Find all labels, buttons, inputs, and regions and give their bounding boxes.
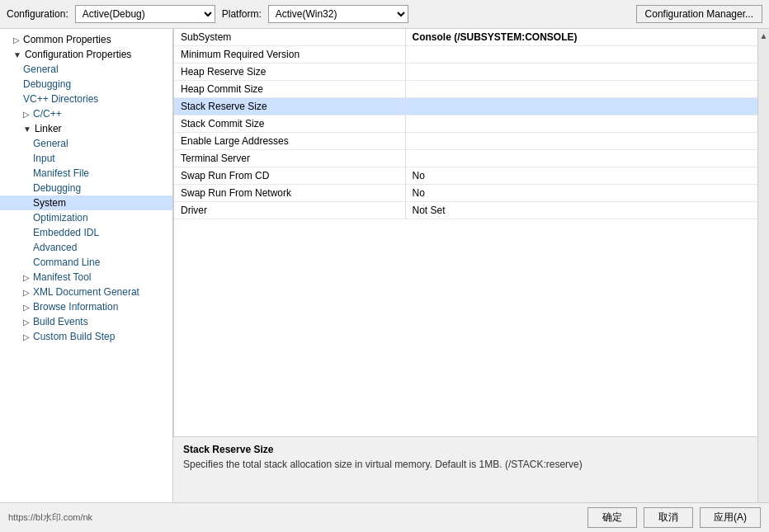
- cancel-button[interactable]: 取消: [644, 507, 693, 528]
- prop-name: Driver: [174, 202, 405, 219]
- build-events-label: Build Events: [33, 316, 88, 327]
- prop-name: Heap Reserve Size: [174, 64, 405, 81]
- right-edge: ▲: [757, 29, 769, 502]
- linker-input-label: Input: [33, 153, 55, 164]
- linker-debugging-label: Debugging: [33, 182, 81, 194]
- linker-optimization-label: Optimization: [33, 212, 88, 224]
- linker-manifest-label: Manifest File: [33, 167, 89, 179]
- sidebar-item-linker[interactable]: ▼ Linker: [0, 121, 172, 136]
- sidebar-item-linker-input[interactable]: Input: [0, 151, 172, 166]
- prop-value: [405, 150, 757, 167]
- table-row[interactable]: Heap Reserve Size: [174, 64, 757, 81]
- prop-value: [405, 115, 757, 133]
- config-select[interactable]: Active(Debug): [75, 5, 215, 23]
- build-events-arrow: ▷: [23, 318, 30, 327]
- ok-button[interactable]: 确定: [587, 507, 637, 528]
- prop-value: No: [405, 167, 757, 185]
- description-area: Stack Reserve Size Specifies the total s…: [173, 436, 757, 502]
- sidebar-item-configuration-properties[interactable]: ▼ Configuration Properties: [0, 47, 172, 62]
- config-manager-button[interactable]: Configuration Manager...: [636, 5, 762, 23]
- apply-button[interactable]: 应用(A): [700, 507, 761, 528]
- main-window: Configuration: Active(Debug) Platform: A…: [0, 0, 769, 532]
- prop-name: Heap Commit Size: [174, 81, 405, 98]
- debugging-label: Debugging: [23, 78, 71, 90]
- sidebar-item-linker-debugging[interactable]: Debugging: [0, 181, 172, 195]
- linker-label: Linker: [35, 123, 62, 134]
- prop-value: [405, 46, 757, 64]
- sidebar-item-manifest-tool[interactable]: ▷ Manifest Tool: [0, 270, 172, 285]
- prop-value: Console (/SUBSYSTEM:CONSOLE): [405, 29, 757, 46]
- table-row[interactable]: Stack Reserve Size: [174, 98, 757, 115]
- right-scroll-up[interactable]: ▲: [760, 31, 768, 42]
- browse-information-label: Browse Information: [33, 301, 118, 313]
- sidebar-item-build-events[interactable]: ▷ Build Events: [0, 314, 172, 329]
- sidebar-item-linker-manifest[interactable]: Manifest File: [0, 166, 172, 181]
- sidebar-item-cpp[interactable]: ▷ C/C++: [0, 106, 172, 121]
- manifest-tool-label: Manifest Tool: [33, 271, 91, 283]
- sidebar-item-linker-system[interactable]: System: [0, 195, 172, 210]
- sidebar-item-linker-command-line[interactable]: Command Line: [0, 255, 172, 270]
- sidebar-item-custom-build-step[interactable]: ▷ Custom Build Step: [0, 329, 172, 344]
- top-bar: Configuration: Active(Debug) Platform: A…: [0, 0, 769, 29]
- prop-name: Terminal Server: [174, 150, 405, 167]
- prop-name: Minimum Required Version: [174, 46, 405, 64]
- sidebar-item-debugging[interactable]: Debugging: [0, 77, 172, 92]
- sidebar-item-linker-embedded-idl[interactable]: Embedded IDL: [0, 225, 172, 240]
- configuration-properties-arrow: ▼: [13, 50, 21, 59]
- prop-name: Swap Run From Network: [174, 185, 405, 202]
- platform-select[interactable]: Active(Win32): [268, 5, 408, 23]
- common-properties-label: Common Properties: [23, 34, 111, 45]
- prop-value: [405, 98, 757, 115]
- cpp-label: C/C++: [33, 108, 62, 120]
- table-row[interactable]: Swap Run From NetworkNo: [174, 185, 757, 202]
- table-row[interactable]: Stack Commit Size: [174, 115, 757, 133]
- prop-name: Stack Commit Size: [174, 115, 405, 133]
- config-label: Configuration:: [7, 8, 68, 20]
- sidebar-item-general[interactable]: General: [0, 62, 172, 77]
- linker-arrow: ▼: [23, 125, 31, 134]
- linker-command-line-label: Command Line: [33, 257, 100, 268]
- configuration-properties-label: Configuration Properties: [25, 49, 131, 60]
- table-row[interactable]: Minimum Required Version: [174, 46, 757, 64]
- linker-advanced-label: Advanced: [33, 242, 77, 253]
- table-row[interactable]: DriverNot Set: [174, 202, 757, 219]
- sidebar-item-linker-advanced[interactable]: Advanced: [0, 240, 172, 255]
- sidebar-item-common-properties[interactable]: ▷ Common Properties: [0, 32, 172, 47]
- table-row[interactable]: Heap Commit Size: [174, 81, 757, 98]
- prop-name: SubSystem: [174, 29, 405, 46]
- bottom-bar: https://bl水印.com/nk 确定 取消 应用(A): [0, 502, 769, 532]
- table-row[interactable]: Terminal Server: [174, 150, 757, 167]
- vcpp-directories-label: VC++ Directories: [23, 93, 98, 105]
- custom-build-step-arrow: ▷: [23, 332, 30, 341]
- prop-name: Enable Large Addresses: [174, 133, 405, 150]
- xml-document-arrow: ▷: [23, 288, 30, 297]
- linker-general-label: General: [33, 138, 68, 149]
- sidebar-item-browse-information[interactable]: ▷ Browse Information: [0, 299, 172, 314]
- props-area: SubSystemConsole (/SUBSYSTEM:CONSOLE)Min…: [173, 29, 757, 436]
- table-row[interactable]: SubSystemConsole (/SUBSYSTEM:CONSOLE): [174, 29, 757, 46]
- url-text: https://bl水印.com/nk: [8, 511, 581, 524]
- custom-build-step-label: Custom Build Step: [33, 331, 115, 342]
- cpp-arrow: ▷: [23, 110, 30, 119]
- linker-embedded-idl-label: Embedded IDL: [33, 227, 99, 238]
- sidebar-item-linker-general[interactable]: General: [0, 136, 172, 151]
- manifest-tool-arrow: ▷: [23, 273, 30, 282]
- table-row[interactable]: Swap Run From CDNo: [174, 167, 757, 185]
- prop-value: No: [405, 185, 757, 202]
- platform-label: Platform:: [222, 8, 262, 20]
- sidebar-item-xml-document[interactable]: ▷ XML Document Generat: [0, 285, 172, 299]
- prop-value: [405, 133, 757, 150]
- browse-information-arrow: ▷: [23, 303, 30, 312]
- sidebar-item-linker-optimization[interactable]: Optimization: [0, 210, 172, 225]
- sidebar-item-vcpp-directories[interactable]: VC++ Directories: [0, 92, 172, 106]
- description-text: Specifies the total stack allocation siz…: [183, 459, 748, 470]
- prop-value: [405, 81, 757, 98]
- props-wrapper: SubSystemConsole (/SUBSYSTEM:CONSOLE)Min…: [173, 29, 757, 502]
- props-table: SubSystemConsole (/SUBSYSTEM:CONSOLE)Min…: [174, 29, 757, 219]
- prop-name: Stack Reserve Size: [174, 98, 405, 115]
- prop-value: Not Set: [405, 202, 757, 219]
- prop-name: Swap Run From CD: [174, 167, 405, 185]
- table-row[interactable]: Enable Large Addresses: [174, 133, 757, 150]
- general-label: General: [23, 64, 59, 75]
- description-title: Stack Reserve Size: [183, 444, 748, 455]
